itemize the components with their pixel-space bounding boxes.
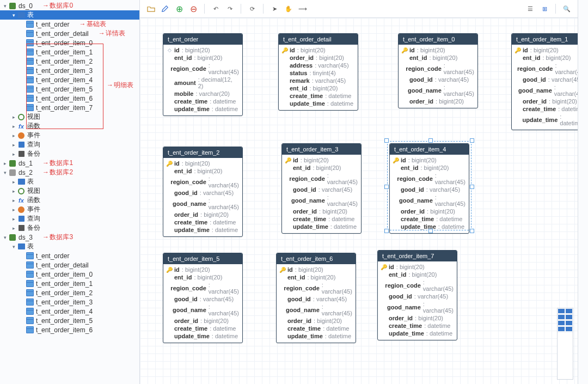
redo-icon[interactable]: ↷: [224, 3, 235, 14]
open-icon[interactable]: [145, 3, 156, 14]
node-备份[interactable]: ▸备份: [0, 149, 139, 159]
entity-header[interactable]: t_ent_order_item_2: [163, 147, 242, 158]
node-视图[interactable]: ▸视图: [0, 186, 139, 196]
db-ds2[interactable]: ▾ds_2数据库2: [0, 168, 139, 177]
field-type: : varchar(45): [444, 62, 474, 75]
entity-t_ent_order_item_2[interactable]: t_ent_order_item_2🔑id: bigint(20)ent_id:…: [163, 147, 243, 237]
table-t_ent_order_item_6[interactable]: t_ent_order_item_6: [0, 94, 139, 103]
node-事件[interactable]: ▸事件: [0, 131, 139, 140]
node-查询[interactable]: ▸查询: [0, 140, 139, 149]
field-type: : datetime: [426, 330, 452, 337]
entity-header[interactable]: t_ent_order_item_0: [399, 34, 477, 45]
entity-t_ent_order_item_3[interactable]: t_ent_order_item_3🔑id: bigint(20)ent_id:…: [281, 143, 362, 234]
undo-icon[interactable]: ↶: [210, 3, 221, 14]
table-t_ent_order_item_6[interactable]: t_ent_order_item_6: [0, 325, 139, 334]
table-t_ent_order_item_3[interactable]: t_ent_order_item_3: [0, 66, 139, 75]
db-ds1[interactable]: ▸ds_1数据库1: [0, 159, 139, 168]
field-type: : datetime: [325, 333, 351, 339]
field-row: good_id: varchar(45): [393, 186, 465, 193]
field-name: address: [290, 62, 313, 69]
diagram-toolbar: ⊕ ⊖ ↶ ↷ ⟳ ➤ ✋ ⟶ ☰ ⊞ 🔍: [140, 0, 578, 18]
refresh-icon[interactable]: ⟳: [247, 3, 258, 14]
field-type: : datetime: [436, 216, 462, 222]
table-t_ent_order_detail[interactable]: t_ent_order_detail: [0, 260, 139, 270]
node-备份[interactable]: ▸备份: [0, 223, 139, 233]
table-t_ent_order_item_3[interactable]: t_ent_order_item_3: [0, 297, 139, 307]
remove-icon[interactable]: ⊖: [188, 3, 199, 14]
db-ds0[interactable]: ▾ds_0数据库0: [0, 1, 139, 10]
table-t_ent_order_item_1-icon: [26, 48, 34, 56]
table-t_ent_order_item_0[interactable]: t_ent_order_item_0: [0, 270, 139, 279]
field-type: : datetime: [328, 216, 354, 222]
field-type: : datetime: [330, 223, 357, 230]
table-t_ent_order_detail[interactable]: t_ent_order_detail详情表: [0, 29, 139, 38]
table-t_ent_order_item_2[interactable]: t_ent_order_item_2: [0, 288, 139, 297]
node-函数[interactable]: ▸fx函数: [0, 196, 139, 205]
entity-t_ent_order_item_1[interactable]: t_ent_order_item_1🔑id: bigint(20)ent_id:…: [511, 33, 578, 130]
field-name: region_code: [284, 285, 319, 291]
entity-t_ent_order_detail[interactable]: t_ent_order_detail🔑id: bigint(20)order_i…: [278, 33, 358, 111]
node-查询[interactable]: ▸查询: [0, 214, 139, 223]
field-name: update_time: [293, 223, 328, 230]
entity-t_ent_order_item_4[interactable]: t_ent_order_item_4🔑id: bigint(20)ent_id:…: [389, 143, 469, 234]
table-t_ent_order_item_2[interactable]: t_ent_order_item_2: [0, 57, 139, 66]
field-name: id: [290, 47, 295, 53]
table-t_ent_order[interactable]: t_ent_order基础表: [0, 20, 139, 29]
table-t_ent_order_item_7[interactable]: t_ent_order_item_7: [0, 103, 139, 112]
entity-header[interactable]: t_ent_order_item_1: [512, 34, 578, 45]
table-t_ent_order[interactable]: t_ent_order: [0, 251, 139, 260]
db-tree-sidebar[interactable]: ▾ds_0数据库0▾表t_ent_order基础表t_ent_order_det…: [0, 0, 140, 384]
field-row: create_time: datetime: [167, 218, 239, 226]
field-type: : varchar(45): [435, 76, 469, 83]
field-name: ent_id: [389, 271, 406, 278]
table-t_ent_order_item_0[interactable]: t_ent_order_item_0: [0, 38, 139, 47]
pan-icon[interactable]: ✋: [283, 3, 294, 14]
folder-tables[interactable]: ▾表: [0, 10, 139, 20]
field-row: 🔑id: bigint(20): [282, 46, 354, 54]
pointer-icon[interactable]: ➤: [269, 3, 280, 14]
table-t_ent_order_item_4[interactable]: t_ent_order_item_4: [0, 307, 139, 316]
folder-tables[interactable]: ▸表: [0, 177, 139, 186]
table-t_ent_order_item_5[interactable]: t_ent_order_item_5: [0, 316, 139, 325]
twist-icon: ▾: [11, 13, 16, 18]
field-row: status: tinyint(4): [282, 69, 354, 77]
field-name: id: [174, 47, 180, 53]
entity-t_ent_order_item_7[interactable]: t_ent_order_item_7🔑id: bigint(20)ent_id:…: [377, 250, 457, 340]
node-事件[interactable]: ▸事件: [0, 205, 139, 214]
entity-t_ent_order_item_0[interactable]: t_ent_order_item_0🔑id: bigint(20)ent_id:…: [398, 33, 478, 108]
table-t_ent_order_item_1[interactable]: t_ent_order_item_1: [0, 47, 139, 57]
entity-t_ent_order[interactable]: t_ent_order◇id: bigint(20)ent_id: bigint…: [163, 33, 243, 116]
node-视图[interactable]: ▸视图: [0, 112, 139, 121]
entity-t_ent_order_item_5[interactable]: t_ent_order_item_5🔑id: bigint(20)ent_id:…: [163, 253, 243, 343]
relation-icon[interactable]: ⟶: [297, 3, 308, 14]
field-name: create_time: [174, 219, 207, 225]
add-icon[interactable]: ⊕: [174, 3, 185, 14]
er-canvas[interactable]: t_ent_order◇id: bigint(20)ent_id: bigint…: [140, 18, 578, 384]
list-icon[interactable]: ☰: [525, 3, 536, 14]
entity-header[interactable]: t_ent_order_detail: [279, 34, 358, 45]
field-name: region_code: [517, 65, 553, 72]
entity-header[interactable]: t_ent_order_item_6: [277, 253, 356, 264]
table-t_ent_order_item_1[interactable]: t_ent_order_item_1: [0, 279, 139, 288]
minimap[interactable]: [557, 308, 573, 380]
search-icon[interactable]: 🔍: [561, 3, 572, 14]
entity-header[interactable]: t_ent_order_item_3: [282, 144, 361, 155]
edit-icon[interactable]: [160, 3, 170, 14]
field-row: ent_id: bigint(20): [167, 273, 239, 281]
db-ds3[interactable]: ▾ds_3数据库3: [0, 233, 139, 242]
entity-header[interactable]: t_ent_order_item_4: [390, 144, 469, 155]
folder-tables[interactable]: ▾表: [0, 242, 139, 251]
field-type: : varchar(45): [555, 62, 578, 75]
entity-t_ent_order_item_6[interactable]: t_ent_order_item_6🔑id: bigint(20)ent_id:…: [276, 253, 356, 343]
db-ds0-icon: [9, 2, 16, 10]
node-函数[interactable]: ▸fx函数: [0, 121, 139, 131]
entity-header[interactable]: t_ent_order_item_7: [378, 251, 457, 261]
entity-header[interactable]: t_ent_order: [163, 34, 242, 45]
field-name: id: [389, 264, 394, 270]
field-type: : varchar(45): [435, 194, 465, 207]
entity-header[interactable]: t_ent_order_item_5: [163, 253, 242, 264]
grid-icon[interactable]: ⊞: [539, 3, 550, 14]
twist-icon: ▾: [2, 235, 8, 240]
field-type: : varchar(45): [414, 293, 448, 300]
tree-label: ds_3: [19, 234, 33, 241]
